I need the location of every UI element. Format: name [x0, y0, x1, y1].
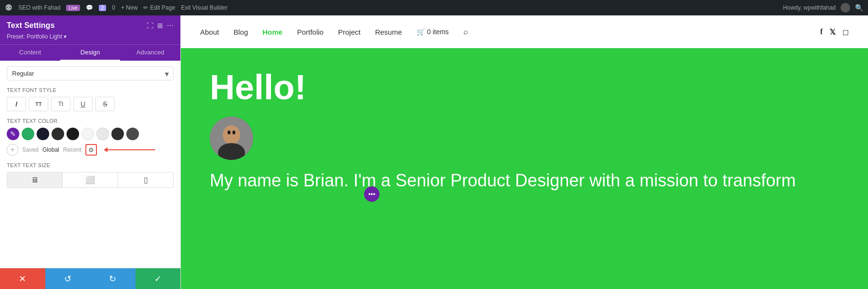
arrow-line [107, 149, 155, 150]
redo-button[interactable]: ↻ [90, 268, 136, 289]
admin-avatar [841, 3, 850, 13]
color-swatch-darkgray[interactable] [52, 128, 64, 140]
font-style-buttons: I TT Tt U S [7, 97, 174, 111]
main-container: Text Settings ⛶ ⊞ ⋯ Preset: Portfolio Li… [0, 15, 868, 289]
saved-tab[interactable]: Saved [22, 146, 39, 153]
avatar-image [210, 117, 253, 160]
hero-body-text: My name is Brian. I'm a Senior Product D… [210, 171, 796, 190]
color-edit-button[interactable]: ✎ [7, 128, 19, 140]
color-swatch-charcoal[interactable] [111, 128, 124, 140]
global-tab[interactable]: Global [42, 146, 59, 153]
strikethrough-button[interactable]: S [95, 97, 115, 111]
uppercase-button[interactable]: TT [29, 97, 48, 111]
comment-icon[interactable]: 💬 [86, 4, 93, 11]
recent-tab[interactable]: Recent [63, 146, 81, 153]
settings-btn-wrap: ⚙ [85, 144, 97, 156]
panel-header: Text Settings ⛶ ⊞ ⋯ Preset: Portfolio Li… [0, 15, 180, 44]
preset-label[interactable]: Preset: Portfolio Light ▾ [7, 33, 67, 40]
color-section-label: Text Text Color [7, 118, 174, 124]
bottom-bar: ✕ ↺ ↻ ✓ [0, 268, 180, 289]
wp-logo-icon[interactable]: ⚉ [5, 2, 13, 13]
svg-point-3 [224, 126, 239, 141]
desktop-size-button[interactable]: 🖥 [7, 172, 63, 188]
red-arrow-indicator [104, 147, 155, 152]
color-swatch-darkblue[interactable] [37, 128, 49, 140]
color-swatch-offwhite[interactable] [96, 128, 109, 140]
nav-resume[interactable]: Resume [375, 28, 402, 36]
social-icons: f 𝕏 ◻ [820, 27, 849, 37]
twitter-icon[interactable]: 𝕏 [829, 27, 836, 37]
nav-bar: About Blog Home Portfolio Project Resume… [181, 15, 868, 48]
color-settings-button[interactable]: ⚙ [85, 144, 97, 156]
admin-bar: ⚉ SEO with Fahad Live 💬 2 0 + New ✏ Edit… [0, 0, 868, 15]
color-swatch-lightgray[interactable] [81, 128, 94, 140]
instagram-icon[interactable]: ◻ [842, 27, 849, 37]
color-swatch-nearblack[interactable] [67, 128, 79, 140]
tab-bar: Content Design Advanced [0, 44, 180, 61]
color-swatch-gray[interactable] [126, 128, 139, 140]
right-area: About Blog Home Portfolio Project Resume… [181, 15, 868, 289]
nav-project[interactable]: Project [338, 28, 361, 36]
font-style-label: Text Font Style [7, 87, 174, 93]
save-button[interactable]: ✓ [136, 268, 181, 289]
search-button[interactable]: ⌕ [463, 27, 468, 36]
comment-count: 2 [99, 5, 107, 11]
nav-links: About Blog Home Portfolio Project Resume… [200, 27, 468, 36]
capitalize-button[interactable]: Tt [51, 97, 70, 111]
facebook-icon[interactable]: f [820, 27, 823, 37]
more-options-icon[interactable]: ⋯ [167, 22, 174, 29]
size-section-label: Text Text Size [7, 162, 174, 168]
exit-builder-link[interactable]: Exit Visual Builder [181, 4, 228, 11]
nav-portfolio[interactable]: Portfolio [297, 28, 324, 36]
panel-content: Regular Bold Light Text Font Style I TT … [0, 61, 180, 268]
svg-point-5 [232, 131, 235, 134]
howdy-text: Howdy, wpwithfahad [783, 4, 836, 11]
color-swatches: ✎ [7, 128, 174, 140]
underline-button[interactable]: U [73, 97, 93, 111]
left-panel: Text Settings ⛶ ⊞ ⋯ Preset: Portfolio Li… [0, 15, 181, 289]
tab-advanced[interactable]: Advanced [120, 45, 180, 61]
size-section: Text Text Size 🖥 ⬜ ▯ [7, 162, 174, 188]
color-row-tools: + Saved Global Recent ⚙ [7, 144, 174, 156]
panel-title: Text Settings [7, 21, 54, 30]
nav-blog[interactable]: Blog [233, 28, 248, 36]
panel-header-icons: ⛶ ⊞ ⋯ [147, 22, 174, 29]
hero-avatar [210, 117, 253, 160]
tab-content[interactable]: Content [0, 45, 60, 61]
undo-button[interactable]: ↺ [45, 268, 91, 289]
nav-about[interactable]: About [200, 28, 219, 36]
comment-zero[interactable]: 0 [112, 4, 115, 11]
hero-text: My name is Brian. I'm a Senior Product D… [210, 170, 839, 192]
hero-title: Hello! [210, 67, 839, 107]
site-name[interactable]: SEO with Fahad [18, 4, 60, 11]
tab-design[interactable]: Design [60, 45, 121, 61]
grid-icon[interactable]: ⊞ [157, 22, 163, 29]
font-weight-row: Regular Bold Light [7, 66, 174, 80]
font-weight-select[interactable]: Regular Bold Light [7, 66, 174, 80]
font-weight-select-wrapper: Regular Bold Light [7, 66, 174, 80]
nav-home[interactable]: Home [262, 28, 283, 36]
size-buttons: 🖥 ⬜ ▯ [7, 172, 174, 188]
cart-area[interactable]: 🛒 0 items [417, 28, 449, 36]
admin-search-icon[interactable]: 🔍 [855, 4, 863, 12]
edit-page-link[interactable]: ✏ Edit Page [143, 4, 175, 11]
hero-content: Hello! My name is Brian. I [181, 48, 868, 211]
color-section: Text Text Color ✎ + Saved Global [7, 118, 174, 156]
live-badge: Live [66, 5, 80, 11]
cart-text: 0 items [427, 28, 449, 36]
expand-icon[interactable]: ⛶ [147, 22, 153, 29]
italic-button[interactable]: I [7, 97, 26, 111]
new-button[interactable]: + New [121, 4, 137, 11]
add-color-button[interactable]: + [7, 144, 18, 156]
svg-point-4 [228, 131, 231, 134]
floating-bubble[interactable]: ••• [364, 186, 380, 202]
mobile-size-button[interactable]: ▯ [118, 172, 174, 188]
cancel-button[interactable]: ✕ [0, 268, 45, 289]
cart-icon: 🛒 [417, 28, 425, 36]
bubble-dots-icon: ••• [368, 190, 376, 198]
tablet-size-button[interactable]: ⬜ [63, 172, 118, 188]
color-swatch-green[interactable] [22, 128, 34, 140]
